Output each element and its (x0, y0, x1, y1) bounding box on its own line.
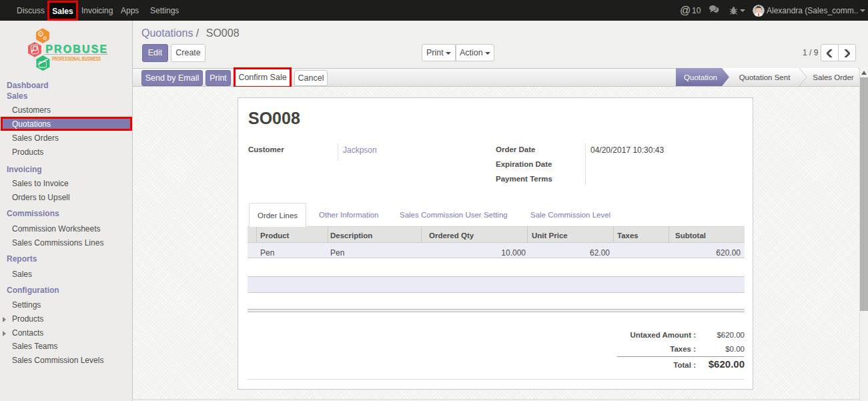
svg-text:PROBUSE: PROBUSE (45, 43, 107, 55)
svg-text:PROFESSIONAL BUSINESS: PROFESSIONAL BUSINESS (52, 55, 101, 62)
svg-text:Sales Order: Sales Order (813, 73, 854, 81)
svg-text:Quotation: Quotation (684, 73, 717, 81)
svg-text:Quotation Sent: Quotation Sent (739, 73, 791, 81)
